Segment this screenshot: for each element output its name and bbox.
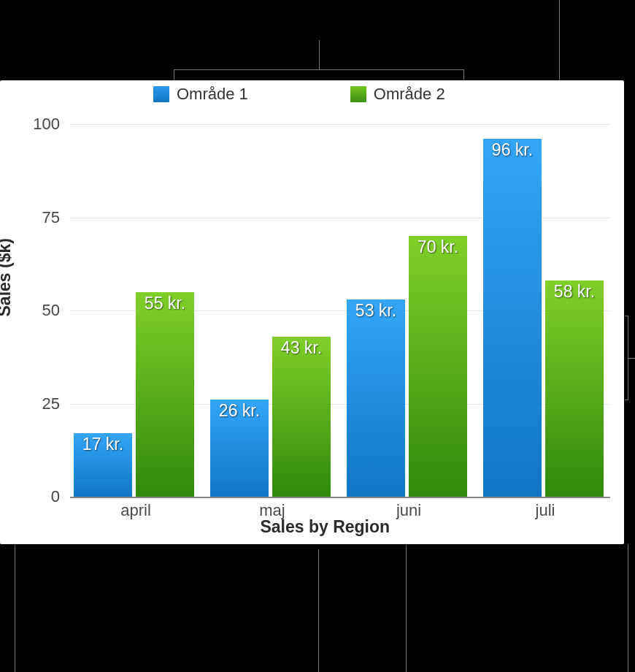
x-axis-title: Sales by Region [260,517,390,537]
bar-label-s1-juni: 53 kr. [355,301,396,321]
bar-s1-juni: 53 kr. [347,299,405,497]
chart-card: Område 1 Område 2 Sales ($k) Sales by Re… [0,80,624,544]
callout-right-bracket-top [625,316,628,316]
callout-bottom-right-line [628,544,628,672]
y-tick-50: 50 [42,301,60,320]
callout-legend-stem [319,40,320,69]
bar-s1-april: 17 kr. [74,433,132,497]
callout-xtitle-line [318,549,319,672]
bar-s1-maj: 26 kr. [210,400,269,497]
bar-label-s2-juli: 58 kr. [554,282,595,302]
callout-yaxis-line [15,544,15,672]
x-tick-juni: juni [396,501,421,520]
y-tick-75: 75 [42,208,60,227]
y-axis-title: Sales ($k) [0,238,15,316]
plot-area: 0 25 50 75 100 17 kr. 55 kr. april 26 kr… [70,124,610,497]
callout-right-bracket-stem [628,358,635,359]
bar-s2-maj: 43 kr. [272,337,331,497]
bar-label-s1-april: 17 kr. [82,435,123,454]
callout-right-bracket-bot [625,400,628,400]
bar-label-s1-maj: 26 kr. [219,401,260,421]
bar-label-s2-maj: 43 kr. [281,338,322,358]
legend-item-series1: Område 1 [153,85,248,104]
gridline-0 [70,497,610,498]
y-tick-100: 100 [33,115,60,134]
x-tick-april: april [120,501,151,520]
callout-legend-bracket [174,69,464,70]
gridline-100 [70,124,610,125]
legend-swatch-green [350,86,366,102]
bar-label-s2-april: 55 kr. [145,294,185,313]
bar-label-s1-juli: 96 kr. [492,140,533,160]
y-tick-0: 0 [51,487,60,506]
legend-label-series1: Område 1 [177,85,248,104]
bar-s2-juli: 58 kr. [545,280,604,497]
legend-label-series2: Område 2 [374,85,445,104]
legend-swatch-blue [153,86,169,102]
legend-item-series2: Område 2 [350,85,445,104]
x-tick-juli: juli [536,501,555,520]
x-tick-maj: maj [259,501,285,520]
bar-label-s2-juni: 70 kr. [417,237,458,257]
bar-s2-juni: 70 kr. [409,236,467,497]
bar-s2-april: 55 kr. [136,292,194,497]
bar-s1-juli: 96 kr. [483,139,542,497]
legend: Område 1 Område 2 [153,85,445,104]
y-tick-25: 25 [42,394,60,413]
